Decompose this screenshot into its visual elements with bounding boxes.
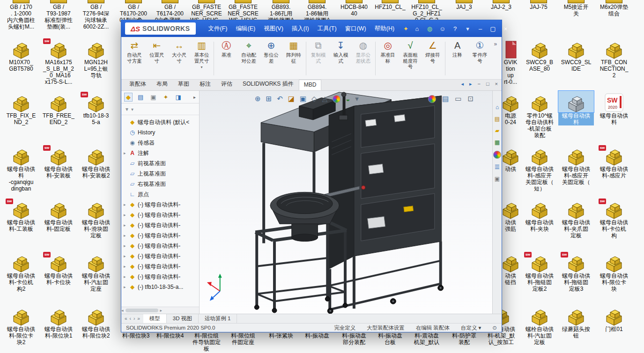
desktop-icon[interactable]: swMA16x175_S_LB_M_2_0_MA16x175-S-L... bbox=[41, 37, 76, 85]
displaymanager-tab-icon[interactable]: ◨ bbox=[174, 93, 183, 101]
desktop-icon[interactable]: SWCC9_SLIDE bbox=[558, 37, 594, 72]
desktop-icon[interactable]: sw螺母自动供料-卡位机构 bbox=[596, 198, 632, 239]
tree-item[interactable]: ▸◆(-) 螺母自动供料- bbox=[121, 210, 199, 220]
desktop-icon[interactable]: sw螺母自动供料-安装板 bbox=[41, 144, 76, 179]
doc-restore-button[interactable]: □ bbox=[486, 81, 489, 87]
doc-tab-3D 视图[interactable]: 3D 视图 bbox=[167, 314, 199, 323]
auto-dimension-scheme-button[interactable]: ⇄自动尺寸方案 bbox=[123, 38, 146, 79]
desktop-icon[interactable]: swtfb10-18-35-a bbox=[78, 91, 114, 125]
tree-item[interactable]: ▸◆(-) tfb10-18-35-a... bbox=[121, 282, 199, 292]
desktop-icon[interactable]: 螺母自动供料 bbox=[558, 91, 594, 125]
close-button[interactable]: × bbox=[500, 25, 511, 32]
tree-item[interactable]: ▸◆(-) 螺母自动供料- bbox=[121, 272, 199, 282]
tree-item[interactable]: ▸◆(-) 螺母自动供料- bbox=[121, 261, 199, 272]
propertymanager-tab-icon[interactable]: ▤ bbox=[136, 93, 145, 101]
desktop-icon[interactable]: 螺母自动供料-感应开关固定板（短） bbox=[522, 144, 557, 192]
desktop-icon[interactable]: sw螺母自动供料-感应片 bbox=[596, 144, 632, 179]
maximize-button[interactable]: ▢ bbox=[487, 25, 499, 32]
expand-arrow-icon[interactable]: ▸ bbox=[124, 202, 129, 207]
desktop-icon[interactable]: JAJ-75 bbox=[521, 0, 556, 10]
previous-view-icon[interactable]: ↶ bbox=[277, 95, 283, 103]
show-tolerance-status-button[interactable]: ◍显示公差状态 bbox=[352, 38, 374, 79]
section-view-icon[interactable]: ◪ bbox=[288, 95, 295, 103]
desktop-icon[interactable]: M5接近开关 bbox=[558, 0, 594, 17]
tree-item[interactable]: ◆螺母自动供料 (默认< bbox=[121, 117, 199, 127]
datum-button[interactable]: Ⓐ基准 bbox=[215, 38, 237, 79]
expand-arrow-icon[interactable]: ▸ bbox=[124, 243, 129, 248]
copy-scheme-button[interactable]: ⧉复制模式 bbox=[307, 38, 330, 79]
appearances-icon[interactable] bbox=[428, 95, 436, 103]
desktop-icon[interactable]: SWCC9_BASE_80 bbox=[522, 37, 557, 72]
expand-arrow-icon[interactable]: ▸ bbox=[124, 223, 129, 228]
expand-arrow-icon[interactable]: ▸ bbox=[124, 233, 129, 238]
desktop-icon[interactable]: M6x20弹垫组合 bbox=[596, 0, 632, 17]
menu-item[interactable]: 插入(I) bbox=[288, 23, 313, 35]
tab-cm-2[interactable]: 草图 bbox=[173, 78, 194, 90]
desktop-icon[interactable]: 螺母自动供料-cganqigudingban bbox=[3, 144, 39, 192]
help-dropdown-icon[interactable]: ▾ bbox=[462, 25, 474, 32]
desktop-icon[interactable]: 螺母自动供料-汽缸固定座 bbox=[78, 251, 114, 292]
desktop-icon[interactable]: M10X70_GBT5780 bbox=[3, 37, 39, 72]
desktop-icon[interactable]: 螺母自动供料-限位卡块2 bbox=[3, 304, 39, 346]
location-dimension-button[interactable]: ⇤位置尺寸 bbox=[146, 38, 168, 79]
view-orientation-icon[interactable]: ▣ bbox=[300, 95, 306, 103]
tab-nav-arrow-icon[interactable]: ▸ bbox=[469, 81, 472, 87]
tab-cm-3[interactable]: 标注 bbox=[194, 78, 216, 90]
desktop-icon[interactable]: TFB_FREE_END_2 bbox=[41, 91, 76, 125]
menu-item[interactable]: 窗口(W) bbox=[341, 23, 370, 35]
pin-menu-icon[interactable]: ✦ bbox=[403, 25, 408, 32]
doc-nav-arrow-icon[interactable]: « bbox=[125, 316, 127, 321]
tree-item[interactable]: ◷History bbox=[121, 127, 199, 138]
doc-nav-arrow-icon[interactable]: ‹ bbox=[130, 316, 131, 321]
tree-item[interactable]: ▸◆(-) 螺母自动供料- bbox=[121, 251, 199, 261]
forum-icon[interactable]: ▣ bbox=[495, 176, 500, 182]
tree-horizontal-scrollbar[interactable]: ◂ ▸ bbox=[121, 307, 199, 314]
display-style-icon[interactable]: ◇ bbox=[311, 95, 317, 103]
edit-appearance-icon[interactable] bbox=[333, 95, 341, 103]
configurationmanager-tab-icon[interactable]: ▣ bbox=[149, 93, 157, 101]
desktop-icon[interactable]: 螺母自动供料-固定板 bbox=[41, 198, 76, 232]
expand-arrow-icon[interactable]: ▸ bbox=[124, 254, 129, 258]
eye-icon[interactable]: ⊙ bbox=[492, 324, 497, 331]
note-button[interactable]: A注释 bbox=[446, 38, 469, 79]
desktop-icon[interactable]: HDCB-84040 bbox=[336, 0, 372, 17]
home-icon[interactable]: ⌂ bbox=[411, 25, 423, 32]
desktop-icon[interactable]: sw螺母自动供料-卡位块 bbox=[41, 251, 76, 286]
desktop-icon[interactable]: GB /T93-1987标准型弹性垫圈(装... bbox=[41, 0, 76, 30]
desktop-icon[interactable]: 螺栓自动供料-汽缸固定板 bbox=[522, 304, 557, 346]
desktop-icon[interactable]: 螺母自动供料-夹块 bbox=[522, 198, 557, 232]
basic-location-dimension-button[interactable]: ▥基本位置尺寸▾ bbox=[191, 38, 213, 79]
dimxpertmanager-tab-icon[interactable]: ✦ bbox=[162, 93, 170, 101]
menu-item[interactable]: 工具(T) bbox=[313, 23, 341, 35]
desktop-icon[interactable]: GB /T276-94深沟球轴承6002-2Z... bbox=[78, 0, 114, 30]
display-states-icon[interactable]: ▭ bbox=[455, 95, 461, 103]
desktop-icon[interactable]: HFZ10_CL_ bbox=[372, 0, 408, 10]
expand-arrow-icon[interactable]: ▸ bbox=[124, 285, 129, 289]
expand-arrow-icon[interactable]: ▸ bbox=[124, 264, 129, 269]
doc-nav-arrow-icon[interactable]: › bbox=[133, 316, 135, 321]
datum-target-button[interactable]: ◎基准目标 bbox=[377, 38, 399, 79]
desktop-icon[interactable]: TFB_FIX_END_2 bbox=[3, 91, 39, 125]
scrollbar-thumb[interactable] bbox=[126, 309, 158, 312]
desktop-icon[interactable]: 螺母自动供料-夹爪固定板 bbox=[558, 198, 594, 239]
desktop-icon[interactable]: 螺母自动供料-滑块固定板 bbox=[78, 198, 114, 239]
menu-item[interactable]: 编辑(E) bbox=[232, 23, 260, 35]
doc-nav-arrow-icon[interactable]: » bbox=[137, 316, 140, 321]
doc-minimize-button[interactable]: − bbox=[477, 81, 480, 87]
zoom-to-fit-icon[interactable]: ⊕ bbox=[255, 95, 261, 103]
expand-arrow-icon[interactable]: ▸ bbox=[124, 151, 129, 155]
tab-cm-1[interactable]: 布局 bbox=[151, 78, 173, 90]
desktop-icon[interactable]: 绿蘑菇头按钮 bbox=[558, 304, 594, 339]
minimize-button[interactable]: – bbox=[474, 25, 486, 32]
display-pane-icon[interactable]: ▤ bbox=[442, 95, 449, 103]
desktop-icon[interactable]: TFB_CONNECTION_2 bbox=[596, 37, 632, 79]
design-library-icon[interactable]: ▤ bbox=[495, 116, 500, 122]
tree-item[interactable]: ▸◆(-) 螺母自动供料- bbox=[121, 199, 199, 210]
scroll-left-icon[interactable]: ◂ bbox=[121, 308, 124, 313]
desktop-icon[interactable]: 螺母自动供料-安装板2 bbox=[78, 144, 114, 179]
apply-scene-icon[interactable]: ◒ bbox=[346, 95, 350, 103]
auto-pair-tolerance-button[interactable]: ⌖自动配对公差 bbox=[237, 38, 260, 79]
connection-status-icon[interactable]: ◍ bbox=[424, 25, 436, 32]
tree-filter-bar[interactable]: ▼ ▾ bbox=[121, 103, 199, 115]
desktop-icon[interactable]: 螺母自动供料-感应开关固定板（ bbox=[558, 144, 594, 185]
